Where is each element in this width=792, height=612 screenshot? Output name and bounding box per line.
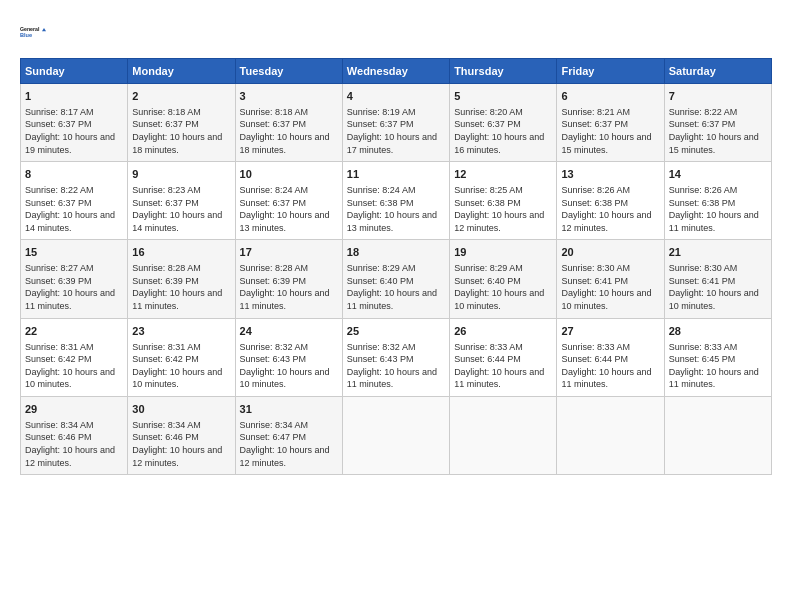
calendar-body: 1Sunrise: 8:17 AM Sunset: 6:37 PM Daylig…: [21, 84, 772, 475]
calendar-week-row: 15Sunrise: 8:27 AM Sunset: 6:39 PM Dayli…: [21, 240, 772, 318]
day-number: 11: [347, 167, 445, 182]
day-info: Sunrise: 8:31 AM Sunset: 6:42 PM Dayligh…: [132, 341, 230, 391]
day-info: Sunrise: 8:29 AM Sunset: 6:40 PM Dayligh…: [454, 262, 552, 312]
logo-icon: GeneralBlue: [20, 18, 48, 46]
calendar-week-row: 8Sunrise: 8:22 AM Sunset: 6:37 PM Daylig…: [21, 162, 772, 240]
day-info: Sunrise: 8:32 AM Sunset: 6:43 PM Dayligh…: [240, 341, 338, 391]
day-info: Sunrise: 8:22 AM Sunset: 6:37 PM Dayligh…: [25, 184, 123, 234]
calendar-cell: 11Sunrise: 8:24 AM Sunset: 6:38 PM Dayli…: [342, 162, 449, 240]
weekday-header: Wednesday: [342, 59, 449, 84]
day-number: 30: [132, 402, 230, 417]
calendar-cell: 13Sunrise: 8:26 AM Sunset: 6:38 PM Dayli…: [557, 162, 664, 240]
calendar-cell: 26Sunrise: 8:33 AM Sunset: 6:44 PM Dayli…: [450, 318, 557, 396]
calendar-cell: 27Sunrise: 8:33 AM Sunset: 6:44 PM Dayli…: [557, 318, 664, 396]
day-info: Sunrise: 8:17 AM Sunset: 6:37 PM Dayligh…: [25, 106, 123, 156]
day-number: 28: [669, 324, 767, 339]
day-number: 16: [132, 245, 230, 260]
day-number: 6: [561, 89, 659, 104]
calendar-table: SundayMondayTuesdayWednesdayThursdayFrid…: [20, 58, 772, 475]
day-info: Sunrise: 8:23 AM Sunset: 6:37 PM Dayligh…: [132, 184, 230, 234]
calendar-cell: 10Sunrise: 8:24 AM Sunset: 6:37 PM Dayli…: [235, 162, 342, 240]
calendar-cell: [450, 396, 557, 474]
day-info: Sunrise: 8:20 AM Sunset: 6:37 PM Dayligh…: [454, 106, 552, 156]
day-number: 22: [25, 324, 123, 339]
weekday-header: Tuesday: [235, 59, 342, 84]
day-number: 15: [25, 245, 123, 260]
day-info: Sunrise: 8:34 AM Sunset: 6:47 PM Dayligh…: [240, 419, 338, 469]
page: GeneralBlue SundayMondayTuesdayWednesday…: [0, 0, 792, 485]
day-info: Sunrise: 8:29 AM Sunset: 6:40 PM Dayligh…: [347, 262, 445, 312]
calendar-cell: 5Sunrise: 8:20 AM Sunset: 6:37 PM Daylig…: [450, 84, 557, 162]
calendar-header: SundayMondayTuesdayWednesdayThursdayFrid…: [21, 59, 772, 84]
day-number: 2: [132, 89, 230, 104]
calendar-week-row: 29Sunrise: 8:34 AM Sunset: 6:46 PM Dayli…: [21, 396, 772, 474]
day-number: 24: [240, 324, 338, 339]
day-info: Sunrise: 8:18 AM Sunset: 6:37 PM Dayligh…: [240, 106, 338, 156]
calendar-cell: 6Sunrise: 8:21 AM Sunset: 6:37 PM Daylig…: [557, 84, 664, 162]
day-info: Sunrise: 8:25 AM Sunset: 6:38 PM Dayligh…: [454, 184, 552, 234]
day-number: 7: [669, 89, 767, 104]
calendar-cell: 28Sunrise: 8:33 AM Sunset: 6:45 PM Dayli…: [664, 318, 771, 396]
svg-marker-2: [42, 28, 46, 31]
day-number: 5: [454, 89, 552, 104]
calendar-cell: 18Sunrise: 8:29 AM Sunset: 6:40 PM Dayli…: [342, 240, 449, 318]
day-info: Sunrise: 8:34 AM Sunset: 6:46 PM Dayligh…: [25, 419, 123, 469]
day-number: 20: [561, 245, 659, 260]
calendar-cell: 12Sunrise: 8:25 AM Sunset: 6:38 PM Dayli…: [450, 162, 557, 240]
calendar-cell: 24Sunrise: 8:32 AM Sunset: 6:43 PM Dayli…: [235, 318, 342, 396]
day-number: 14: [669, 167, 767, 182]
calendar-cell: 30Sunrise: 8:34 AM Sunset: 6:46 PM Dayli…: [128, 396, 235, 474]
day-number: 26: [454, 324, 552, 339]
calendar-week-row: 1Sunrise: 8:17 AM Sunset: 6:37 PM Daylig…: [21, 84, 772, 162]
weekday-header: Sunday: [21, 59, 128, 84]
day-info: Sunrise: 8:27 AM Sunset: 6:39 PM Dayligh…: [25, 262, 123, 312]
calendar-cell: 4Sunrise: 8:19 AM Sunset: 6:37 PM Daylig…: [342, 84, 449, 162]
day-number: 17: [240, 245, 338, 260]
calendar-cell: 22Sunrise: 8:31 AM Sunset: 6:42 PM Dayli…: [21, 318, 128, 396]
calendar-cell: 15Sunrise: 8:27 AM Sunset: 6:39 PM Dayli…: [21, 240, 128, 318]
day-info: Sunrise: 8:21 AM Sunset: 6:37 PM Dayligh…: [561, 106, 659, 156]
calendar-cell: 29Sunrise: 8:34 AM Sunset: 6:46 PM Dayli…: [21, 396, 128, 474]
day-info: Sunrise: 8:26 AM Sunset: 6:38 PM Dayligh…: [669, 184, 767, 234]
day-number: 25: [347, 324, 445, 339]
calendar-cell: [557, 396, 664, 474]
day-info: Sunrise: 8:30 AM Sunset: 6:41 PM Dayligh…: [669, 262, 767, 312]
day-info: Sunrise: 8:24 AM Sunset: 6:38 PM Dayligh…: [347, 184, 445, 234]
day-info: Sunrise: 8:28 AM Sunset: 6:39 PM Dayligh…: [240, 262, 338, 312]
calendar-cell: 14Sunrise: 8:26 AM Sunset: 6:38 PM Dayli…: [664, 162, 771, 240]
calendar-cell: 8Sunrise: 8:22 AM Sunset: 6:37 PM Daylig…: [21, 162, 128, 240]
day-info: Sunrise: 8:26 AM Sunset: 6:38 PM Dayligh…: [561, 184, 659, 234]
day-info: Sunrise: 8:33 AM Sunset: 6:45 PM Dayligh…: [669, 341, 767, 391]
day-info: Sunrise: 8:24 AM Sunset: 6:37 PM Dayligh…: [240, 184, 338, 234]
day-number: 3: [240, 89, 338, 104]
calendar-cell: 2Sunrise: 8:18 AM Sunset: 6:37 PM Daylig…: [128, 84, 235, 162]
calendar-cell: 17Sunrise: 8:28 AM Sunset: 6:39 PM Dayli…: [235, 240, 342, 318]
calendar-cell: 9Sunrise: 8:23 AM Sunset: 6:37 PM Daylig…: [128, 162, 235, 240]
day-number: 10: [240, 167, 338, 182]
calendar-cell: 23Sunrise: 8:31 AM Sunset: 6:42 PM Dayli…: [128, 318, 235, 396]
day-info: Sunrise: 8:33 AM Sunset: 6:44 PM Dayligh…: [454, 341, 552, 391]
calendar-cell: 7Sunrise: 8:22 AM Sunset: 6:37 PM Daylig…: [664, 84, 771, 162]
calendar-cell: 1Sunrise: 8:17 AM Sunset: 6:37 PM Daylig…: [21, 84, 128, 162]
day-number: 8: [25, 167, 123, 182]
calendar-cell: [342, 396, 449, 474]
day-number: 21: [669, 245, 767, 260]
calendar-cell: 25Sunrise: 8:32 AM Sunset: 6:43 PM Dayli…: [342, 318, 449, 396]
day-number: 18: [347, 245, 445, 260]
header: GeneralBlue: [20, 18, 772, 46]
logo: GeneralBlue: [20, 18, 48, 46]
calendar-cell: 31Sunrise: 8:34 AM Sunset: 6:47 PM Dayli…: [235, 396, 342, 474]
calendar-cell: 3Sunrise: 8:18 AM Sunset: 6:37 PM Daylig…: [235, 84, 342, 162]
calendar-cell: 20Sunrise: 8:30 AM Sunset: 6:41 PM Dayli…: [557, 240, 664, 318]
day-number: 12: [454, 167, 552, 182]
weekday-header: Thursday: [450, 59, 557, 84]
day-number: 13: [561, 167, 659, 182]
day-info: Sunrise: 8:28 AM Sunset: 6:39 PM Dayligh…: [132, 262, 230, 312]
calendar-cell: 21Sunrise: 8:30 AM Sunset: 6:41 PM Dayli…: [664, 240, 771, 318]
day-number: 4: [347, 89, 445, 104]
day-info: Sunrise: 8:34 AM Sunset: 6:46 PM Dayligh…: [132, 419, 230, 469]
day-number: 23: [132, 324, 230, 339]
weekday-header: Monday: [128, 59, 235, 84]
day-number: 1: [25, 89, 123, 104]
weekday-header: Friday: [557, 59, 664, 84]
